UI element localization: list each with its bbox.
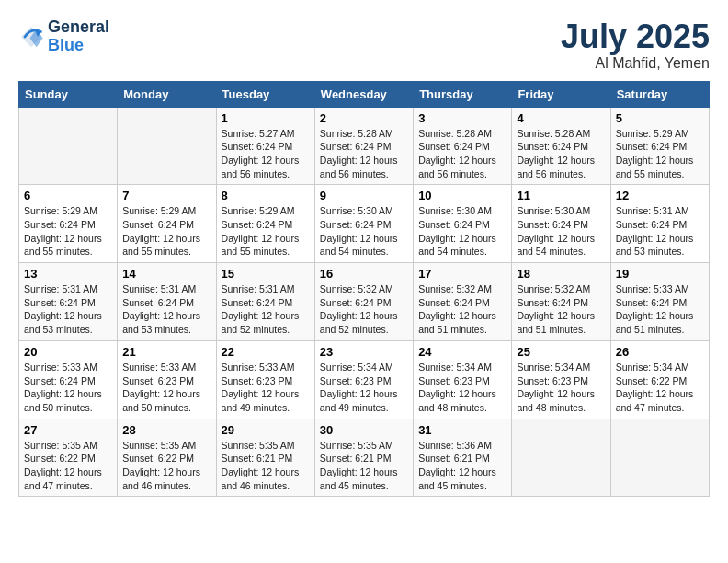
calendar-cell: 22Sunrise: 5:33 AM Sunset: 6:23 PM Dayli… — [216, 340, 314, 419]
day-info: Sunrise: 5:35 AM Sunset: 6:21 PM Dayligh… — [320, 439, 408, 493]
day-number: 28 — [122, 423, 210, 437]
calendar-cell: 25Sunrise: 5:34 AM Sunset: 6:23 PM Dayli… — [512, 340, 610, 419]
calendar-cell: 31Sunrise: 5:36 AM Sunset: 6:21 PM Dayli… — [414, 419, 512, 497]
calendar-cell: 2Sunrise: 5:28 AM Sunset: 6:24 PM Daylig… — [314, 107, 413, 185]
logo-line2: Blue — [48, 37, 109, 55]
calendar-cell: 30Sunrise: 5:35 AM Sunset: 6:21 PM Dayli… — [314, 419, 413, 497]
month-year-title: July 2025 — [561, 18, 710, 55]
calendar-cell — [512, 419, 610, 497]
calendar-cell: 17Sunrise: 5:32 AM Sunset: 6:24 PM Dayli… — [414, 263, 512, 341]
day-of-week-header: Tuesday — [216, 81, 314, 107]
calendar-cell: 21Sunrise: 5:33 AM Sunset: 6:23 PM Dayli… — [118, 340, 216, 419]
day-number: 30 — [320, 423, 408, 437]
day-of-week-header: Saturday — [610, 81, 709, 107]
calendar-cell — [118, 107, 216, 185]
day-info: Sunrise: 5:32 AM Sunset: 6:24 PM Dayligh… — [418, 282, 506, 337]
calendar-cell: 27Sunrise: 5:35 AM Sunset: 6:22 PM Dayli… — [19, 419, 118, 497]
calendar-cell: 11Sunrise: 5:30 AM Sunset: 6:24 PM Dayli… — [512, 185, 610, 263]
day-number: 23 — [320, 345, 408, 359]
calendar-cell: 13Sunrise: 5:31 AM Sunset: 6:24 PM Dayli… — [19, 263, 118, 341]
calendar-cell: 15Sunrise: 5:31 AM Sunset: 6:24 PM Dayli… — [216, 263, 314, 341]
day-info: Sunrise: 5:28 AM Sunset: 6:24 PM Dayligh… — [517, 127, 605, 181]
day-info: Sunrise: 5:29 AM Sunset: 6:24 PM Dayligh… — [122, 204, 210, 259]
day-number: 16 — [320, 267, 408, 281]
calendar-cell — [19, 107, 118, 185]
calendar-cell: 19Sunrise: 5:33 AM Sunset: 6:24 PM Dayli… — [610, 263, 709, 341]
location-subtitle: Al Mahfid, Yemen — [561, 55, 710, 72]
day-number: 8 — [222, 189, 310, 202]
day-info: Sunrise: 5:29 AM Sunset: 6:24 PM Dayligh… — [222, 204, 310, 259]
day-number: 10 — [418, 189, 506, 202]
calendar-cell: 14Sunrise: 5:31 AM Sunset: 6:24 PM Dayli… — [118, 263, 216, 341]
day-info: Sunrise: 5:34 AM Sunset: 6:23 PM Dayligh… — [517, 361, 605, 415]
calendar-cell: 5Sunrise: 5:29 AM Sunset: 6:24 PM Daylig… — [610, 107, 709, 185]
day-info: Sunrise: 5:30 AM Sunset: 6:24 PM Dayligh… — [320, 204, 408, 259]
calendar-cell: 16Sunrise: 5:32 AM Sunset: 6:24 PM Dayli… — [314, 263, 413, 341]
day-info: Sunrise: 5:32 AM Sunset: 6:24 PM Dayligh… — [320, 282, 408, 337]
calendar-week-row: 13Sunrise: 5:31 AM Sunset: 6:24 PM Dayli… — [19, 263, 710, 341]
logo-line1: General — [48, 18, 109, 37]
day-of-week-header: Friday — [512, 81, 610, 107]
calendar-week-row: 1Sunrise: 5:27 AM Sunset: 6:24 PM Daylig… — [19, 107, 710, 185]
day-info: Sunrise: 5:33 AM Sunset: 6:23 PM Dayligh… — [222, 361, 310, 415]
calendar-cell: 1Sunrise: 5:27 AM Sunset: 6:24 PM Daylig… — [216, 107, 314, 185]
day-number: 20 — [24, 345, 112, 359]
day-number: 18 — [517, 267, 605, 281]
day-number: 11 — [517, 189, 605, 202]
calendar-cell: 4Sunrise: 5:28 AM Sunset: 6:24 PM Daylig… — [512, 107, 610, 185]
calendar-cell: 28Sunrise: 5:35 AM Sunset: 6:22 PM Dayli… — [118, 419, 216, 497]
day-info: Sunrise: 5:31 AM Sunset: 6:24 PM Dayligh… — [222, 282, 310, 337]
day-number: 15 — [222, 267, 310, 281]
day-number: 14 — [122, 267, 210, 281]
calendar-cell: 9Sunrise: 5:30 AM Sunset: 6:24 PM Daylig… — [314, 185, 413, 263]
day-info: Sunrise: 5:33 AM Sunset: 6:24 PM Dayligh… — [24, 361, 112, 415]
day-number: 3 — [418, 111, 506, 125]
day-info: Sunrise: 5:34 AM Sunset: 6:23 PM Dayligh… — [418, 361, 506, 415]
calendar-cell: 12Sunrise: 5:31 AM Sunset: 6:24 PM Dayli… — [610, 185, 709, 263]
calendar-cell — [610, 419, 709, 497]
day-number: 24 — [418, 345, 506, 359]
day-info: Sunrise: 5:33 AM Sunset: 6:24 PM Dayligh… — [616, 282, 704, 337]
calendar-week-row: 6Sunrise: 5:29 AM Sunset: 6:24 PM Daylig… — [19, 185, 710, 263]
day-number: 13 — [24, 267, 112, 281]
calendar-week-row: 20Sunrise: 5:33 AM Sunset: 6:24 PM Dayli… — [19, 340, 710, 419]
day-number: 1 — [222, 111, 310, 125]
day-info: Sunrise: 5:31 AM Sunset: 6:24 PM Dayligh… — [616, 204, 704, 259]
day-number: 2 — [320, 111, 408, 125]
day-info: Sunrise: 5:28 AM Sunset: 6:24 PM Dayligh… — [418, 127, 506, 181]
day-number: 27 — [24, 423, 112, 437]
calendar-header-row: SundayMondayTuesdayWednesdayThursdayFrid… — [19, 81, 710, 107]
day-number: 7 — [122, 189, 210, 202]
day-number: 21 — [122, 345, 210, 359]
calendar-week-row: 27Sunrise: 5:35 AM Sunset: 6:22 PM Dayli… — [19, 419, 710, 497]
calendar-cell: 3Sunrise: 5:28 AM Sunset: 6:24 PM Daylig… — [414, 107, 512, 185]
title-block: July 2025 Al Mahfid, Yemen — [561, 18, 710, 72]
day-info: Sunrise: 5:29 AM Sunset: 6:24 PM Dayligh… — [616, 127, 704, 181]
calendar-cell: 18Sunrise: 5:32 AM Sunset: 6:24 PM Dayli… — [512, 263, 610, 341]
day-info: Sunrise: 5:35 AM Sunset: 6:22 PM Dayligh… — [24, 439, 112, 493]
calendar-table: SundayMondayTuesdayWednesdayThursdayFrid… — [18, 81, 710, 498]
calendar-cell: 8Sunrise: 5:29 AM Sunset: 6:24 PM Daylig… — [216, 185, 314, 263]
day-info: Sunrise: 5:34 AM Sunset: 6:23 PM Dayligh… — [320, 361, 408, 415]
day-number: 4 — [517, 111, 605, 125]
calendar-cell: 29Sunrise: 5:35 AM Sunset: 6:21 PM Dayli… — [216, 419, 314, 497]
calendar-cell: 10Sunrise: 5:30 AM Sunset: 6:24 PM Dayli… — [414, 185, 512, 263]
calendar-cell: 24Sunrise: 5:34 AM Sunset: 6:23 PM Dayli… — [414, 340, 512, 419]
day-number: 26 — [616, 345, 704, 359]
day-number: 6 — [24, 189, 112, 202]
calendar-cell: 23Sunrise: 5:34 AM Sunset: 6:23 PM Dayli… — [314, 340, 413, 419]
calendar-cell: 6Sunrise: 5:29 AM Sunset: 6:24 PM Daylig… — [19, 185, 118, 263]
day-info: Sunrise: 5:29 AM Sunset: 6:24 PM Dayligh… — [24, 204, 112, 259]
day-info: Sunrise: 5:32 AM Sunset: 6:24 PM Dayligh… — [517, 282, 605, 337]
day-number: 31 — [418, 423, 506, 437]
day-info: Sunrise: 5:28 AM Sunset: 6:24 PM Dayligh… — [320, 127, 408, 181]
calendar-cell: 26Sunrise: 5:34 AM Sunset: 6:22 PM Dayli… — [610, 340, 709, 419]
day-number: 12 — [616, 189, 704, 202]
day-info: Sunrise: 5:33 AM Sunset: 6:23 PM Dayligh… — [122, 361, 210, 415]
calendar-cell: 7Sunrise: 5:29 AM Sunset: 6:24 PM Daylig… — [118, 185, 216, 263]
calendar-cell: 20Sunrise: 5:33 AM Sunset: 6:24 PM Dayli… — [19, 340, 118, 419]
day-info: Sunrise: 5:30 AM Sunset: 6:24 PM Dayligh… — [418, 204, 506, 259]
day-number: 19 — [616, 267, 704, 281]
day-number: 25 — [517, 345, 605, 359]
day-info: Sunrise: 5:34 AM Sunset: 6:22 PM Dayligh… — [616, 361, 704, 415]
